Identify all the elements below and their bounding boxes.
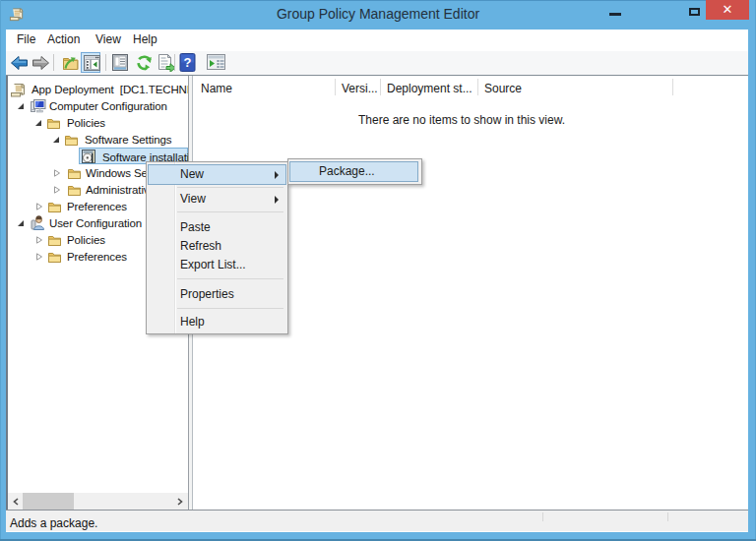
svg-text:?: ? [184, 55, 192, 70]
